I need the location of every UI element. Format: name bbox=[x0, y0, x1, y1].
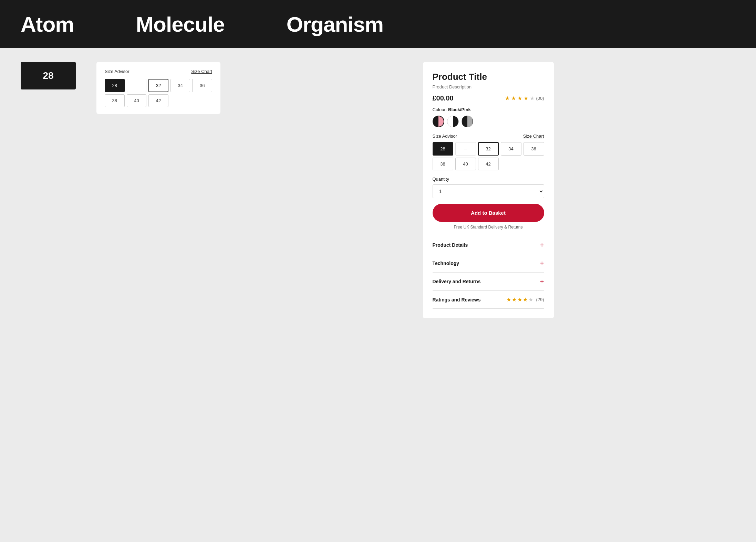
star-1: ★ bbox=[505, 95, 510, 102]
quantity-select[interactable]: 1 2 3 4 5 bbox=[433, 184, 544, 198]
product-size-36[interactable]: 36 bbox=[524, 142, 544, 156]
accordion-product-details[interactable]: Product Details + bbox=[433, 236, 544, 254]
swatch-black-white[interactable] bbox=[447, 116, 459, 127]
accordion-product-details-label: Product Details bbox=[433, 242, 468, 248]
organism-section: Product Title Product Description £00.00… bbox=[241, 62, 735, 318]
main-content: 28 Size Advisor Size Chart 28 – 32 34 36… bbox=[0, 48, 756, 542]
atom-label: Atom bbox=[21, 12, 74, 36]
product-size-42[interactable]: 42 bbox=[478, 158, 499, 170]
accordion-delivery-returns[interactable]: Delivery and Returns + bbox=[433, 272, 544, 290]
colour-swatches bbox=[433, 116, 544, 127]
accordion-technology-label: Technology bbox=[433, 261, 459, 266]
accordion-product-details-plus: + bbox=[540, 242, 544, 248]
star-5: ★ bbox=[530, 95, 535, 102]
organism-label: Organism bbox=[287, 12, 383, 36]
accordion-technology[interactable]: Technology + bbox=[433, 254, 544, 272]
accordion-ratings-reviews-label: Ratings and Reviews bbox=[433, 297, 481, 302]
product-size-chart-link[interactable]: Size Chart bbox=[523, 134, 544, 139]
molecule-size-34[interactable]: 34 bbox=[170, 79, 190, 92]
molecule-size-36[interactable]: 36 bbox=[192, 79, 212, 92]
product-review-count: (00) bbox=[536, 96, 544, 101]
accordion-ratings-count: (29) bbox=[536, 297, 544, 302]
product-size-advisor-label: Size Advisor bbox=[433, 134, 457, 139]
product-size-38[interactable]: 38 bbox=[433, 158, 453, 170]
size-selector-header: Size Advisor Size Chart bbox=[105, 69, 212, 74]
product-size-34[interactable]: 34 bbox=[501, 142, 521, 156]
acc-star-1: ★ bbox=[506, 296, 511, 303]
size-badge: 28 bbox=[21, 62, 76, 89]
product-size-32[interactable]: 32 bbox=[478, 142, 499, 156]
colour-value: Black/Pink bbox=[448, 107, 471, 112]
product-size-dash: – bbox=[455, 142, 476, 156]
add-to-basket-button[interactable]: Add to Basket bbox=[433, 204, 544, 222]
molecule-size-40[interactable]: 40 bbox=[127, 94, 147, 107]
molecule-size-chart-link[interactable]: Size Chart bbox=[191, 69, 212, 74]
molecule-size-grid-row1: 28 – 32 34 36 bbox=[105, 79, 212, 92]
atom-section: 28 bbox=[21, 62, 83, 89]
acc-star-2: ★ bbox=[512, 296, 517, 303]
accordion-technology-plus: + bbox=[540, 260, 544, 267]
product-size-40[interactable]: 40 bbox=[455, 158, 476, 170]
product-size-grid-row2: 38 40 42 bbox=[433, 158, 544, 170]
accordion-ratings-reviews[interactable]: Ratings and Reviews ★ ★ ★ ★ ★ (29) bbox=[433, 290, 544, 309]
product-size-28[interactable]: 28 bbox=[433, 142, 453, 156]
acc-star-half: ★ bbox=[523, 296, 528, 303]
swatch-grey-black[interactable] bbox=[462, 116, 473, 127]
accordion-ratings-stars: ★ ★ ★ ★ ★ bbox=[506, 296, 533, 303]
product-description: Product Description bbox=[433, 84, 544, 89]
accordion-ratings-right: ★ ★ ★ ★ ★ (29) bbox=[506, 296, 544, 303]
molecule-size-42[interactable]: 42 bbox=[148, 94, 168, 107]
accordion-delivery-returns-label: Delivery and Returns bbox=[433, 279, 481, 284]
molecule-label: Molecule bbox=[136, 12, 224, 36]
price-row: £00.00 ★ ★ ★ ★ ★ (00) bbox=[433, 94, 544, 102]
product-rating-row: ★ ★ ★ ★ ★ (00) bbox=[505, 95, 544, 102]
star-2: ★ bbox=[511, 95, 516, 102]
free-delivery-text: Free UK Standard Delivery & Returns bbox=[433, 225, 544, 230]
swatch-pink-black[interactable] bbox=[433, 116, 444, 127]
product-title: Product Title bbox=[433, 72, 544, 82]
colour-row: Colour: Black/Pink bbox=[433, 107, 544, 112]
acc-star-5: ★ bbox=[528, 296, 533, 303]
molecule-size-32[interactable]: 32 bbox=[148, 79, 168, 92]
product-size-grid-row1: 28 – 32 34 36 bbox=[433, 142, 544, 156]
header: Atom Molecule Organism bbox=[0, 0, 756, 48]
molecule-size-grid-row2: 38 40 42 bbox=[105, 94, 212, 107]
size-selector-card: Size Advisor Size Chart 28 – 32 34 36 38… bbox=[96, 62, 220, 114]
molecule-size-dash: – bbox=[127, 79, 147, 92]
molecule-size-28[interactable]: 28 bbox=[105, 79, 125, 92]
star-half: ★ bbox=[524, 95, 528, 102]
product-card: Product Title Product Description £00.00… bbox=[423, 62, 554, 318]
colour-label: Colour: bbox=[433, 107, 447, 112]
star-3: ★ bbox=[517, 95, 522, 102]
quantity-label: Quantity bbox=[433, 177, 544, 182]
product-size-header: Size Advisor Size Chart bbox=[433, 134, 544, 139]
product-price: £00.00 bbox=[433, 94, 454, 102]
molecule-size-38[interactable]: 38 bbox=[105, 94, 125, 107]
molecule-size-advisor-label: Size Advisor bbox=[105, 69, 130, 74]
molecule-section: Size Advisor Size Chart 28 – 32 34 36 38… bbox=[96, 62, 227, 114]
acc-star-3: ★ bbox=[517, 296, 522, 303]
accordion-delivery-returns-plus: + bbox=[540, 278, 544, 285]
